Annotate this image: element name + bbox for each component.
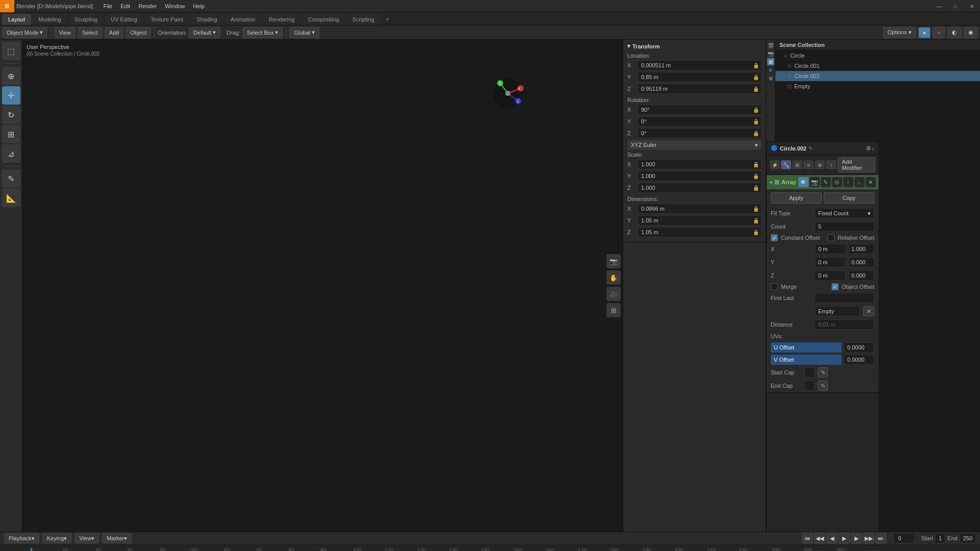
play-button[interactable]: ▶ [839, 533, 850, 544]
location-x-lock[interactable]: 🔒 [753, 63, 759, 68]
measure-tool[interactable]: 📐 [2, 189, 20, 207]
prev-keyframe-button[interactable]: ◀◀ [814, 533, 825, 544]
count-field[interactable]: 5 [815, 221, 874, 232]
grid-icon[interactable]: ⊞ [606, 303, 621, 317]
relative-offset-checkbox[interactable] [827, 234, 835, 241]
object-menu-button[interactable]: Object [126, 27, 151, 38]
offset-x-field[interactable]: 0 m [815, 244, 846, 254]
dimensions-y-lock[interactable]: 🔒 [753, 218, 759, 223]
scale-z-lock[interactable]: 🔒 [753, 185, 759, 191]
select-box-tool[interactable]: ⬚ [2, 42, 20, 60]
mod-tab-2[interactable]: 🔧 [781, 160, 791, 169]
menu-edit[interactable]: Edit [116, 0, 134, 12]
location-z-lock[interactable]: 🔒 [753, 86, 759, 92]
tab-animation[interactable]: Animation [225, 14, 262, 25]
rotation-x-field[interactable]: 90° 🔒 [638, 105, 762, 115]
menu-file[interactable]: File [99, 0, 116, 12]
camera-view-icon[interactable]: 📷 [606, 254, 621, 268]
u-offset-value[interactable]: 0.0000 [844, 342, 874, 353]
current-frame-field[interactable]: 0 [894, 533, 914, 543]
mod-close-icon[interactable]: ✕ [866, 177, 876, 187]
array-modifier-toggle[interactable]: ▾ [770, 180, 772, 185]
apply-button[interactable]: Apply [771, 192, 822, 204]
tab-shading[interactable]: Shading [190, 14, 223, 25]
viewport-gizmo[interactable]: X Y Z [490, 76, 526, 111]
timeline-cursor[interactable] [31, 548, 32, 551]
filter-icon[interactable]: ⊞ [866, 145, 871, 152]
rotate-tool[interactable]: ↻ [2, 106, 20, 124]
start-cap-edit-button[interactable]: ✎ [818, 367, 828, 378]
mod-realtime-icon[interactable]: 👁 [798, 177, 808, 187]
transform-collapse-icon[interactable]: ▾ [627, 43, 630, 49]
tab-rendering[interactable]: Rendering [262, 14, 301, 25]
mod-up-icon[interactable]: ↑ [843, 177, 853, 187]
playback-menu[interactable]: Playback ▾ [4, 533, 39, 543]
location-x-field[interactable]: 0.000511 m 🔒 [638, 60, 762, 70]
view-menu-timeline[interactable]: View ▾ [75, 533, 99, 543]
viewport-shading-2[interactable]: ○ [933, 27, 945, 38]
mod-tab-4[interactable]: ≡ [803, 160, 814, 169]
mod-render-icon[interactable]: 📷 [810, 177, 820, 187]
v-offset-label[interactable]: V Offset [771, 355, 842, 365]
rotation-mode-selector[interactable]: XYZ Euler ▾ [627, 140, 762, 150]
tab-layout[interactable]: Layout [2, 14, 31, 25]
world-props-icon[interactable]: ⊕ [767, 74, 774, 82]
orientation-selector[interactable]: Default ▾ [189, 27, 220, 38]
merge-checkbox[interactable] [771, 283, 778, 290]
mod-tab-1[interactable]: ⚡ [770, 160, 780, 169]
scale-z-field[interactable]: 1.000 🔒 [638, 183, 762, 193]
viewport-shading-4[interactable]: ◉ [964, 27, 978, 38]
offset-z-num-field[interactable]: 0.000 [849, 270, 874, 281]
location-z-field[interactable]: 0.95119 m 🔒 [638, 84, 762, 94]
viewport-shading-1[interactable]: ● [918, 27, 931, 38]
prev-frame-button[interactable]: ◀ [826, 533, 838, 544]
next-frame-button[interactable]: ▶ [851, 533, 862, 544]
tab-sculpting[interactable]: Sculpting [68, 14, 104, 25]
mod-tab-6[interactable]: ↕ [826, 160, 836, 169]
scale-y-field[interactable]: 1.000 🔒 [638, 171, 762, 181]
fit-type-selector[interactable]: Fixed Count ▾ [815, 208, 874, 218]
select-menu-button[interactable]: Select [78, 27, 103, 38]
tab-scripting[interactable]: Scripting [346, 14, 380, 25]
annotate-tool[interactable]: ✎ [2, 169, 20, 188]
dimensions-x-lock[interactable]: 🔒 [753, 206, 759, 212]
empty-obj-field[interactable]: Empty [815, 306, 860, 316]
distance-field[interactable]: 0.01 m [815, 319, 874, 330]
scale-x-field[interactable]: 1.000 🔒 [638, 159, 762, 169]
location-y-field[interactable]: 0.85 m 🔒 [638, 72, 762, 82]
tab-texture-paint[interactable]: Texture Paint [144, 14, 189, 25]
tab-modeling[interactable]: Modeling [32, 14, 67, 25]
start-frame-field[interactable]: 1 [935, 533, 945, 543]
menu-window[interactable]: Window [161, 0, 189, 12]
dimensions-z-field[interactable]: 1.05 m 🔒 [638, 227, 762, 237]
mod-down-icon[interactable]: ↓ [854, 177, 865, 187]
drag-selector[interactable]: Select Box ▾ [242, 27, 283, 38]
filter-down-icon[interactable]: ↓ [872, 145, 875, 152]
view-layer-icon[interactable]: ≡ [767, 66, 774, 73]
rotation-y-field[interactable]: 0° 🔒 [638, 116, 762, 127]
global-selector[interactable]: Global ▾ [289, 27, 320, 38]
scale-x-lock[interactable]: 🔒 [753, 162, 759, 167]
view-menu-button[interactable]: View [54, 27, 76, 38]
scale-tool[interactable]: ⊞ [2, 125, 20, 143]
marker-menu[interactable]: Marker ▾ [102, 533, 132, 543]
copy-button[interactable]: Copy [824, 192, 875, 204]
u-offset-label[interactable]: U Offset [771, 342, 842, 353]
end-cap-field[interactable] [804, 381, 815, 391]
constant-offset-checkbox[interactable]: ✓ [771, 234, 778, 241]
add-menu-button[interactable]: Add [105, 27, 124, 38]
object-mode-selector[interactable]: Object Mode ▾ [2, 27, 47, 38]
dimensions-z-lock[interactable]: 🔒 [753, 230, 759, 235]
mod-tab-3[interactable]: ⊞ [792, 160, 802, 169]
add-workspace-button[interactable]: + [381, 13, 394, 25]
object-offset-checkbox[interactable]: ✓ [831, 283, 839, 290]
menu-help[interactable]: Help [189, 0, 209, 12]
render-props-icon[interactable]: 📷 [767, 50, 774, 57]
location-y-lock[interactable]: 🔒 [753, 74, 759, 80]
tab-uv-editing[interactable]: UV Editing [105, 14, 143, 25]
rotation-x-lock[interactable]: 🔒 [753, 107, 759, 113]
offset-y-num-field[interactable]: 0.000 [849, 257, 874, 267]
move-tool[interactable]: ✛ [2, 86, 20, 105]
end-cap-edit-button[interactable]: ✎ [818, 381, 828, 391]
viewport-shading-3[interactable]: ◐ [947, 27, 962, 38]
